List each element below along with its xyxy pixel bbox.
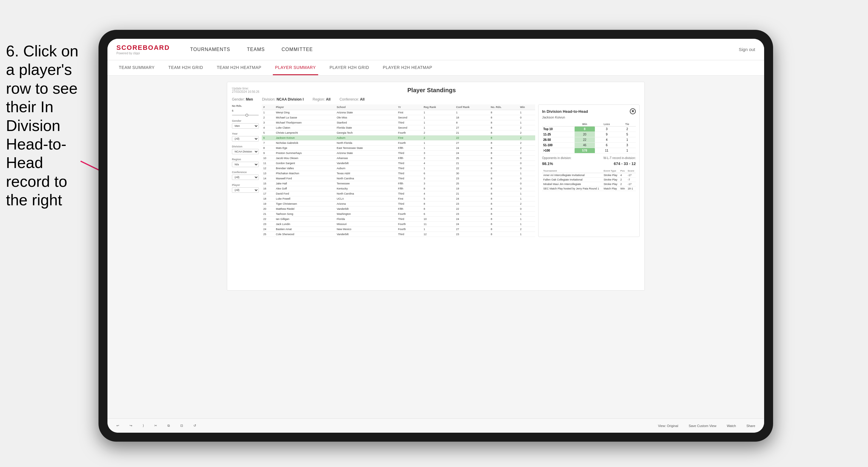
h2h-close-button[interactable]: ✕ [630,108,636,114]
table-row[interactable]: 23 Jack Lundin Missouri Fourth 11 24 8 1 [262,222,535,227]
no-rds-slider[interactable] [232,115,259,116]
cell-player: Mats Ege [274,146,335,151]
cell-conf-rank: 8 [455,120,489,125]
h2h-row-26-50[interactable]: 26-50 22 4 1 [542,137,636,143]
region-select[interactable]: N/a [232,162,259,167]
table-row[interactable]: 10 Jacob Mou Olesen Arkansas Fifth 3 25 … [262,156,535,161]
sign-out-link[interactable]: Sign out [739,47,755,52]
table-row[interactable]: 2 Michael La Sasse Ole Miss Second 1 18 … [262,115,535,120]
copy-button[interactable]: ⧉ [164,423,173,429]
year-sidebar-section: Year (All) [232,132,259,142]
nav-teams[interactable]: TEAMS [244,46,267,54]
table-row[interactable]: 19 Tiger Christensen Arizona Third 8 23 … [262,201,535,207]
gender-select[interactable]: Men [232,123,259,129]
cell-yr: Fifth [397,186,422,191]
table-row[interactable]: 17 David Ford North Carolina Third 4 21 … [262,191,535,196]
cell-no-rds: 8 [489,171,519,176]
h2h-row-100plus[interactable]: >100 578 11 1 [542,148,636,153]
cell-win: 0 [519,181,535,186]
h2h-loss-51-100: 6 [595,143,619,148]
view-original-button[interactable]: View: Original [655,423,681,429]
undo-button[interactable]: ↩ [114,423,122,429]
cell-no-rds: 8 [489,227,519,232]
table-row[interactable]: 13 Phichaksn Maichon Texas A&M Third 6 3… [262,171,535,176]
cut-button[interactable]: ✂ [151,423,160,429]
table-row[interactable]: 16 Alex Goff Kentucky Fifth 8 19 8 0 [262,186,535,191]
year-select[interactable]: (All) [232,136,259,142]
tournament-row-1[interactable]: Amer Ari Intercollegiate Invitational St… [542,173,636,178]
conference-select[interactable]: (All) [232,175,259,180]
table-row[interactable]: 5 Christo Lamprecht Georgia Tech Fourth … [262,130,535,135]
table-row[interactable]: 11 Gordon Sargent Vanderbilt Third 4 21 … [262,161,535,166]
cell-player: Jake Hall [274,181,335,186]
table-row[interactable]: 7 Nicholas Gabrelcik North Florida Fourt… [262,141,535,146]
sub-nav-player-summary[interactable]: PLAYER SUMMARY [273,60,318,75]
table-row[interactable]: 24 Bastien Amat New Mexico Fourth 1 27 8… [262,227,535,232]
h2h-row-top10[interactable]: Top 10 8 3 2 [542,127,636,132]
cell-win: 1 [519,232,535,237]
cell-num: 22 [262,217,274,222]
cell-yr: Third [397,232,422,237]
h2h-win-11-25: 20 [575,132,595,137]
h2h-player-name: Jackson Koivun [542,116,636,119]
cell-reg-rank: 6 [422,212,455,217]
cell-school: Vanderbilt [335,207,397,212]
cell-win: 2 [519,135,535,141]
sub-nav-team-h2h-heatmap[interactable]: TEAM H2H HEATMAP [214,60,264,75]
cell-yr: Third [397,217,422,222]
nav-committee[interactable]: COMMITTEE [279,46,315,54]
table-row[interactable]: 9 Preston Summerhays Arizona State Third… [262,151,535,156]
table-row[interactable]: 14 Maxwell Ford North Carolina Third 3 2… [262,176,535,181]
cell-player: Tiger Christensen [274,201,335,207]
h2h-row-51-100[interactable]: 51-100 46 6 3 [542,143,636,148]
cell-win: 1 [519,217,535,222]
tournament-row-2[interactable]: Fallen Oak Collegiate Invitational Strok… [542,178,636,182]
table-row[interactable]: 15 Jake Hall Tennessee Fifth 3 25 8 0 [262,181,535,186]
cell-win: 2 [519,125,535,130]
sub-nav-team-h2h-grid[interactable]: TEAM H2H GRID [166,60,205,75]
table-row[interactable]: 25 Cole Sherwood Vanderbilt Third 12 23 … [262,232,535,237]
t-score-3: -17 [626,182,636,187]
cell-win: 2 [519,146,535,151]
h2h-row-11-25[interactable]: 11-25 20 9 5 [542,132,636,137]
cell-num: 9 [262,151,274,156]
sub-nav-player-h2h-grid[interactable]: PLAYER H2H GRID [327,60,372,75]
table-header-row: # Player School Yr Reg Rank Conf Rank No… [262,104,535,110]
table-row[interactable]: 21 Taehoon Song Washington Fourth 6 23 8… [262,212,535,217]
table-row[interactable]: 1 Wenyi Ding Arizona State First 1 1 8 1 [262,110,535,115]
watch-button[interactable]: Watch [724,423,739,429]
t-col-type: Event Type [602,169,619,173]
tournament-row-3[interactable]: Mirabel Maui Jim Intercollegiate Stroke … [542,182,636,187]
sub-nav-team-summary[interactable]: TEAM SUMMARY [116,60,157,75]
player-select[interactable]: (All) [232,187,259,193]
tournament-row-4[interactable]: SEC Match Play hosted by Jerry Pata Roun… [542,187,636,191]
redo-button[interactable]: ↪ [127,423,135,429]
refresh-button[interactable]: ↺ [190,423,199,429]
table-row[interactable]: 22 Ian Gilligan Florida Third 10 24 8 1 [262,217,535,222]
cell-reg-rank: 3 [422,151,455,156]
t-type-1: Stroke Play [602,173,619,178]
sub-nav-player-h2h-heatmap[interactable]: PLAYER H2H HEATMAP [380,60,435,75]
cell-no-rds: 8 [489,191,519,196]
cell-num: 7 [262,141,274,146]
cell-reg-rank: 12 [422,232,455,237]
table-row[interactable]: 8 Mats Ege East Tennessee State Fifth 1 … [262,146,535,151]
paste-button[interactable]: ⊡ [177,423,186,429]
table-row[interactable]: 4 Luke Claton Florida State Second 1 27 … [262,125,535,130]
table-row[interactable]: 20 Matthew Riedel Vanderbilt Fifth 8 22 … [262,207,535,212]
main-table-area: # Player School Yr Reg Rank Conf Rank No… [262,104,535,237]
cell-reg-rank: 1 [422,146,455,151]
table-row[interactable]: 3 Michael Thorbjornsen Stanford Third 1 … [262,120,535,125]
table-row[interactable]: 18 Luke Powell UCLA First 5 24 8 1 [262,196,535,201]
table-row[interactable]: 12 Brendan Valles Auburn Third 1 22 8 0 [262,166,535,171]
cell-reg-rank: 10 [422,217,455,222]
player-sidebar-section: Player (All) [232,184,259,193]
save-custom-button[interactable]: Save Custom View [686,423,719,429]
cell-school: Missouri [335,222,397,227]
share-button[interactable]: Share [744,423,758,429]
forward-button[interactable]: ⟩ [140,423,147,429]
nav-tournaments[interactable]: TOURNAMENTS [188,46,232,54]
table-row[interactable]: 6 Jackson Koivun Auburn First 2 22 8 2 [262,135,535,141]
division-select[interactable]: NCAA Division I [232,149,259,154]
cell-player: Luke Powell [274,196,335,201]
